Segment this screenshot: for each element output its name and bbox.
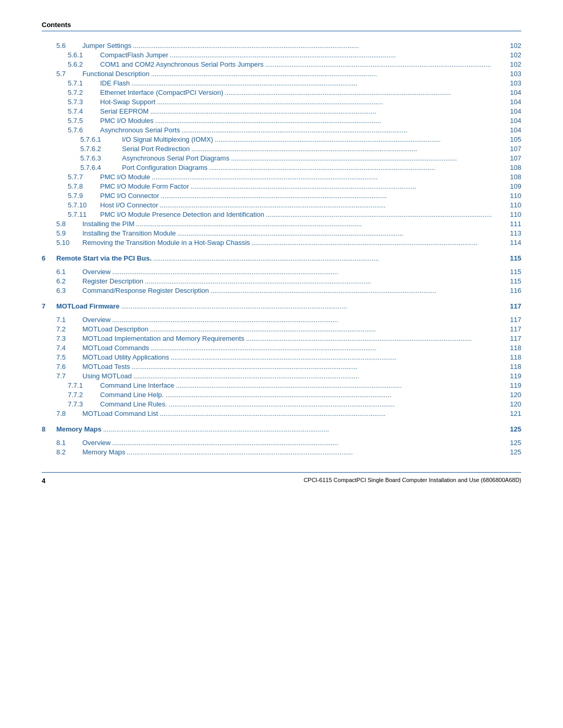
- toc-dots: ........................................…: [152, 254, 506, 262]
- toc-dots: ........................................…: [150, 173, 506, 181]
- toc-title: MOTLoad Tests: [82, 363, 130, 371]
- toc-num: 5.6: [42, 42, 82, 50]
- toc-dots: ........................................…: [149, 344, 506, 352]
- toc-page: 118: [506, 353, 521, 361]
- toc-num: 8: [42, 425, 56, 433]
- toc-page: 108: [506, 173, 521, 181]
- toc-title: MOTLoad Implementation and Memory Requir…: [82, 335, 244, 342]
- toc-row[interactable]: 5.6.2COM1 and COM2 Asynchronous Serial P…: [42, 59, 521, 69]
- toc-row[interactable]: 5.7.1IDE Flash .........................…: [42, 78, 521, 88]
- toc-num: 5.7.5: [42, 117, 100, 125]
- toc-dots: ........................................…: [189, 182, 506, 190]
- toc-row[interactable]: 7.2MOTLoad Description .................…: [42, 324, 521, 334]
- contents-label: Contents: [42, 21, 521, 29]
- toc-row[interactable]: 5.7Functional Description ..............…: [42, 69, 521, 78]
- toc-num: 8.1: [42, 439, 82, 447]
- toc-num: 7.6: [42, 363, 82, 371]
- toc-num: 6.3: [42, 287, 82, 294]
- toc-row[interactable]: 7.3MOTLoad Implementation and Memory Req…: [42, 334, 521, 343]
- toc-row[interactable]: 5.7.6.2Serial Port Redirection .........…: [42, 144, 521, 153]
- toc-row[interactable]: 5.7.2Ethernet Interface (CompactPCI Vers…: [42, 88, 521, 97]
- toc-row[interactable]: 8.1Overview ............................…: [42, 438, 521, 447]
- toc-page: 117: [506, 325, 521, 333]
- toc-num: 7: [42, 302, 56, 310]
- toc-page: 109: [506, 182, 521, 190]
- toc-num: 5.7.1: [42, 79, 100, 87]
- toc-row[interactable]: 7.7.2Command Line Help. ................…: [42, 390, 521, 399]
- toc-row[interactable]: 7.6MOTLoad Tests .......................…: [42, 362, 521, 371]
- page: Contents 5.6Jumper Settings ............…: [0, 0, 563, 728]
- toc-row[interactable]: 6.1Overview ............................…: [42, 267, 521, 276]
- toc-num: 7.2: [42, 325, 82, 333]
- toc-row[interactable]: 7.7.3Command Line Rules. ...............…: [42, 399, 521, 409]
- toc-row[interactable]: 5.8Installing the PIM ..................…: [42, 219, 521, 228]
- toc-dots: ........................................…: [169, 353, 506, 361]
- toc-page: 111: [506, 220, 521, 228]
- toc-row[interactable]: 5.6Jumper Settings .....................…: [42, 41, 521, 50]
- toc-row[interactable]: 7.7.1Command Line Interface ............…: [42, 380, 521, 390]
- toc-dots: ........................................…: [158, 201, 506, 209]
- toc-title: PMC I/O Module Presence Detection and Id…: [100, 211, 264, 218]
- toc-title: Ethernet Interface (CompactPCI Version): [100, 89, 223, 96]
- toc-page: 117: [506, 316, 521, 324]
- toc-dots: ........................................…: [143, 277, 506, 285]
- toc-row[interactable]: 5.7.6Asynchronous Serial Ports .........…: [42, 125, 521, 134]
- toc-num: 7.7.3: [42, 400, 100, 408]
- toc-num: 6.1: [42, 268, 82, 276]
- toc-page: 119: [506, 372, 521, 380]
- toc-row[interactable]: 7.5MOTLoad Utility Applications ........…: [42, 352, 521, 362]
- toc-num: 7.4: [42, 344, 82, 352]
- toc-row[interactable]: 5.7.5PMC I/O Modules ...................…: [42, 116, 521, 125]
- toc-title: Overview: [82, 316, 111, 324]
- toc-page: 108: [506, 164, 521, 171]
- toc-page: 113: [506, 229, 521, 237]
- toc-title: Host I/O Connector: [100, 201, 158, 209]
- toc-num: 7.5: [42, 353, 82, 361]
- toc-row[interactable]: 5.7.6.1I/O Signal Multiplexing (IOMX) ..…: [42, 134, 521, 144]
- toc-num: 7.3: [42, 335, 82, 342]
- toc-row[interactable]: 5.7.11PMC I/O Module Presence Detection …: [42, 209, 521, 219]
- toc-dots: ........................................…: [180, 126, 506, 134]
- toc-dots: ........................................…: [111, 268, 506, 276]
- toc-dots: ........................................…: [158, 410, 506, 417]
- toc-row[interactable]: 5.6.1CompactFlash Jumper ...............…: [42, 50, 521, 59]
- toc-row[interactable]: 7.1Overview ............................…: [42, 315, 521, 324]
- toc-row[interactable]: 5.7.6.4Port Configuration Diagrams .....…: [42, 163, 521, 172]
- toc-page: 115: [506, 268, 521, 276]
- toc-row[interactable]: 5.10Removing the Transition Module in a …: [42, 238, 521, 247]
- footer-page-number: 4: [42, 477, 45, 485]
- toc-dots: ........................................…: [244, 335, 506, 342]
- toc-dots: ........................................…: [131, 42, 506, 50]
- toc-row[interactable]: 8.2Memory Maps .........................…: [42, 447, 521, 456]
- toc-row[interactable]: 7.4MOTLoad Commands ....................…: [42, 343, 521, 352]
- toc-num: 5.7.2: [42, 89, 100, 96]
- toc-num: 5.7.6.3: [42, 154, 122, 162]
- toc-row[interactable]: 5.7.6.3Asynchronous Serial Port Diagrams…: [42, 153, 521, 163]
- toc-row[interactable]: 6Remote Start via the PCI Bus. .........…: [42, 253, 521, 263]
- toc-num: 5.7: [42, 70, 82, 78]
- toc-row[interactable]: 5.7.3Hot-Swap Support ..................…: [42, 97, 521, 106]
- toc-row[interactable]: 5.9Installing the Transition Module ....…: [42, 228, 521, 238]
- toc-title: Installing the PIM: [82, 220, 134, 228]
- toc-title: Jumper Settings: [82, 42, 131, 50]
- toc-row[interactable]: 5.7.4Serial EEPROM .....................…: [42, 106, 521, 116]
- toc-num: 5.7.3: [42, 98, 100, 106]
- toc-row[interactable]: 8Memory Maps ...........................…: [42, 424, 521, 434]
- toc-page: 125: [506, 448, 521, 456]
- toc-row[interactable]: 7.7Using MOTLoad .......................…: [42, 371, 521, 380]
- toc-dots: ........................................…: [176, 229, 506, 237]
- toc-page: 117: [506, 302, 521, 310]
- toc-title: Functional Description: [82, 70, 150, 78]
- toc-row[interactable]: 6.2Register Description ................…: [42, 276, 521, 286]
- toc-row[interactable]: 5.7.7PMC I/O Module ....................…: [42, 172, 521, 181]
- toc-row[interactable]: 6.3Command/Response Register Description…: [42, 286, 521, 295]
- toc-title: Command Line Rules.: [100, 400, 167, 408]
- toc-row[interactable]: 7MOTLoad Firmware ......................…: [42, 301, 521, 311]
- toc-row[interactable]: 5.7.9PMC I/O Connector .................…: [42, 191, 521, 200]
- toc-row[interactable]: 5.7.8PMC I/O Module Form Factor ........…: [42, 181, 521, 191]
- toc-num: 5.7.10: [42, 201, 100, 209]
- toc-dots: ........................................…: [168, 51, 506, 59]
- toc-row[interactable]: 5.7.10Host I/O Connector ...............…: [42, 200, 521, 209]
- toc-row[interactable]: 7.8MOTLoad Command List ................…: [42, 409, 521, 418]
- toc-page: 104: [506, 107, 521, 115]
